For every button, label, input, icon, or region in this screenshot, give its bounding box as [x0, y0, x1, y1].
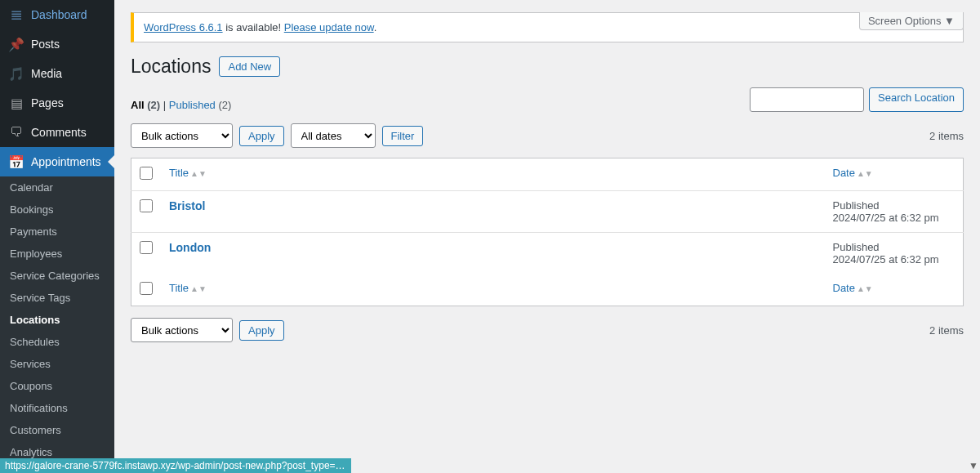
menu-posts[interactable]: 📌Posts	[0, 29, 114, 59]
select-all-top[interactable]	[140, 167, 153, 180]
pages-icon: ▤	[8, 95, 24, 111]
screen-options-button[interactable]: Screen Options ▼	[859, 12, 964, 30]
row-date: 2024/07/25 at 6:32 pm	[833, 253, 939, 266]
menu-comments[interactable]: 🗨Comments	[0, 118, 114, 147]
sub-schedules[interactable]: Schedules	[0, 331, 114, 342]
col-date-sort[interactable]: Date▲▼	[833, 167, 873, 179]
media-icon: 🎵	[8, 65, 24, 82]
pin-icon: 📌	[8, 36, 24, 52]
sub-locations[interactable]: Locations	[0, 309, 114, 331]
add-new-button[interactable]: Add New	[219, 56, 280, 77]
sort-icon: ▲▼	[190, 284, 207, 293]
filter-button[interactable]: Filter	[382, 126, 424, 146]
menu-pages[interactable]: ▤Pages	[0, 88, 114, 118]
menu-appointments[interactable]: 📅Appointments	[0, 147, 114, 176]
sort-icon: ▲▼	[857, 284, 873, 293]
select-all-bottom[interactable]	[140, 282, 153, 295]
row-checkbox[interactable]	[140, 241, 153, 254]
status-filters: All (2) | Published (2)	[131, 99, 231, 111]
sub-bookings[interactable]: Bookings	[0, 199, 114, 221]
col-date-sort-foot[interactable]: Date▲▼	[833, 282, 873, 294]
notice-suffix: .	[374, 21, 377, 33]
sub-payments[interactable]: Payments	[0, 221, 114, 243]
sub-service-categories[interactable]: Service Categories	[0, 265, 114, 287]
row-date: 2024/07/25 at 6:32 pm	[833, 212, 939, 224]
sub-employees[interactable]: Employees	[0, 243, 114, 265]
search-box: Search Location	[750, 87, 964, 112]
date-filter-select[interactable]: All dates	[291, 123, 376, 148]
tablenav-bottom: Bulk actions Apply 2 items	[131, 318, 964, 342]
bulk-apply-bottom[interactable]: Apply	[239, 320, 284, 341]
search-input[interactable]	[750, 87, 864, 112]
menu-media[interactable]: 🎵Media	[0, 59, 114, 88]
notice-middle: is available!	[223, 21, 284, 33]
update-now-link[interactable]: Please update now	[284, 21, 374, 33]
row-title-link[interactable]: London	[169, 241, 211, 254]
locations-table: Title▲▼ Date▲▼ Bristol Published2024/07/…	[131, 158, 964, 306]
bulk-actions-select-bottom[interactable]: Bulk actions	[131, 318, 233, 342]
page-heading: Locations Add New	[131, 56, 964, 78]
bulk-actions-select-top[interactable]: Bulk actions	[131, 123, 233, 148]
bulk-apply-top[interactable]: Apply	[239, 126, 284, 146]
search-button[interactable]: Search Location	[869, 87, 964, 112]
main-content: Screen Options ▼ WordPress 6.6.1 is avai…	[114, 12, 980, 342]
update-notice: WordPress 6.6.1 is available! Please upd…	[131, 12, 964, 42]
table-row: Bristol Published2024/07/25 at 6:32 pm	[131, 191, 964, 233]
dashboard-icon: 𝌆	[8, 7, 24, 23]
filter-all[interactable]: All (2)	[131, 99, 160, 111]
calendar-icon: 📅	[8, 154, 24, 170]
col-title-sort-foot[interactable]: Title▲▼	[169, 282, 207, 294]
sort-icon: ▲▼	[857, 169, 873, 178]
items-count-bottom: 2 items	[929, 324, 964, 337]
row-status: Published	[833, 241, 880, 253]
row-title-link[interactable]: Bristol	[169, 199, 205, 212]
page-title: Locations	[131, 56, 211, 78]
table-row: London Published2024/07/25 at 6:32 pm	[131, 233, 964, 274]
wp-version-link[interactable]: WordPress 6.6.1	[144, 21, 223, 33]
items-count-top: 2 items	[929, 130, 964, 142]
row-checkbox[interactable]	[140, 199, 153, 212]
admin-sidebar: 𝌆Dashboard 📌Posts 🎵Media ▤Pages 🗨Comment…	[0, 0, 114, 342]
sort-icon: ▲▼	[190, 169, 207, 178]
row-status: Published	[833, 199, 880, 212]
menu-dashboard[interactable]: 𝌆Dashboard	[0, 0, 114, 29]
screen-options-wrap: Screen Options ▼	[859, 12, 964, 30]
sub-calendar[interactable]: Calendar	[0, 176, 114, 199]
comments-icon: 🗨	[8, 124, 24, 141]
sub-service-tags[interactable]: Service Tags	[0, 287, 114, 309]
filter-published[interactable]: Published (2)	[169, 99, 232, 111]
col-title-sort[interactable]: Title▲▼	[169, 167, 207, 179]
tablenav-top: Bulk actions Apply All dates Filter 2 it…	[131, 123, 964, 148]
submenu-appointments: Calendar Bookings Payments Employees Ser…	[0, 176, 114, 342]
